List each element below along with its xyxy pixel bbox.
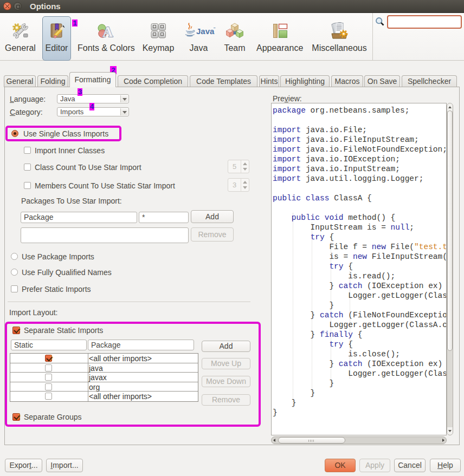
svg-text:Java: Java xyxy=(196,27,215,36)
svg-text:A: A xyxy=(102,24,113,40)
